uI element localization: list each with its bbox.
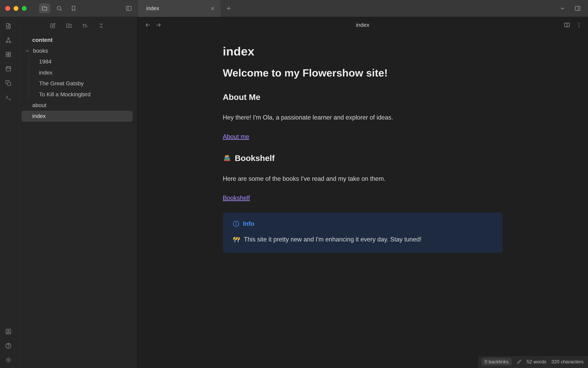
new-note-button[interactable] [48, 21, 57, 30]
new-note-icon [50, 22, 56, 29]
bookshelf-heading: Bookshelf [223, 153, 503, 164]
document-scroll-area[interactable]: index Welcome to my Flowershow site! Abo… [137, 33, 588, 368]
file-to-kill-a-mockingbird[interactable]: To Kill a Mockingbird [21, 89, 133, 100]
vault-switcher-button[interactable] [39, 3, 50, 13]
more-options-button[interactable] [575, 21, 583, 29]
bookmarks-button[interactable] [68, 3, 79, 14]
arrow-left-icon [144, 22, 151, 28]
folder-books[interactable]: books [21, 46, 133, 56]
status-bar: 0 backlinks 52 words 320 characters [478, 356, 588, 368]
chevrons-collapse-icon [98, 22, 104, 29]
file-explorer-toolbar [17, 17, 137, 34]
file-search-icon [5, 23, 12, 29]
plus-icon [225, 5, 232, 12]
ribbon [0, 17, 17, 368]
minimize-window-button[interactable] [14, 6, 18, 11]
file-label: The Great Gatsby [39, 80, 84, 87]
new-folder-button[interactable] [64, 21, 73, 30]
sort-order-button[interactable] [81, 21, 90, 30]
search-icon [56, 5, 63, 12]
folder-content[interactable]: content [21, 35, 133, 46]
toggle-left-sidebar-button[interactable] [123, 3, 134, 14]
forward-button[interactable] [155, 21, 162, 29]
back-button[interactable] [144, 21, 152, 29]
file-the-great-gatsby[interactable]: The Great Gatsby [21, 78, 133, 89]
titlebar-right [557, 3, 588, 14]
dots-vertical-icon [576, 22, 582, 28]
ribbon-account-button[interactable] [4, 327, 12, 336]
help-icon [5, 342, 12, 349]
file-index-selected[interactable]: index [21, 111, 133, 121]
tab-index[interactable]: index [138, 0, 221, 17]
search-button[interactable] [54, 3, 65, 14]
bookshelf-link[interactable]: Bookshelf [223, 194, 250, 202]
markdown-document: index Welcome to my Flowershow site! Abo… [223, 33, 503, 253]
welcome-heading: Welcome to my Flowershow site! [223, 66, 503, 80]
file-label: index [39, 69, 53, 76]
file-1984[interactable]: 1984 [21, 56, 133, 67]
arrow-right-icon [155, 22, 162, 28]
layout-grid-icon [5, 51, 12, 58]
file-label: 1984 [39, 58, 52, 65]
chevron-down-icon [559, 5, 566, 12]
view-actions [563, 21, 583, 29]
calendar-icon [5, 65, 12, 72]
zoom-window-button[interactable] [22, 6, 26, 11]
nav-history [144, 21, 162, 29]
ribbon-help-button[interactable] [4, 341, 12, 350]
info-callout: Info [223, 212, 503, 253]
ribbon-daily-note-button[interactable] [4, 65, 12, 73]
tab-close-button[interactable] [209, 4, 217, 12]
file-label: index [32, 113, 46, 119]
file-about[interactable]: about [21, 100, 133, 111]
ribbon-canvas-button[interactable] [4, 50, 12, 58]
reading-view-button[interactable] [563, 21, 571, 29]
editor-pane: index index [137, 17, 588, 368]
view-title: index [137, 22, 588, 28]
graph-icon [5, 37, 12, 44]
ribbon-templates-button[interactable] [4, 79, 12, 87]
panel-left-icon [125, 5, 132, 12]
close-icon [210, 6, 215, 11]
close-window-button[interactable] [5, 6, 10, 11]
ribbon-graph-button[interactable] [4, 36, 12, 44]
about-me-link[interactable]: About me [223, 133, 249, 140]
ribbon-search-vault-button[interactable] [4, 22, 12, 30]
callout-body-text: This site it pretty new and I'm enhancin… [244, 235, 421, 244]
callout-body: This site it pretty new and I'm enhancin… [233, 235, 493, 244]
callout-title-row: Info [233, 219, 493, 229]
user-box-icon [5, 328, 12, 335]
word-count: 52 words [527, 359, 546, 365]
bookmark-icon [70, 5, 77, 12]
book-open-icon [564, 22, 570, 28]
chevron-down-icon[interactable] [24, 48, 30, 54]
terminal-icon [5, 94, 12, 101]
file-books-index[interactable]: index [21, 67, 133, 78]
copy-icon [5, 80, 12, 86]
collapse-all-button[interactable] [97, 21, 105, 30]
edit-mode-icon[interactable] [517, 359, 522, 364]
character-count: 320 characters [551, 359, 583, 365]
backlinks-count[interactable]: 0 backlinks [482, 358, 512, 366]
construction-emoji-icon [233, 236, 240, 243]
about-me-heading: About Me [223, 92, 503, 102]
sort-asc-icon [82, 22, 88, 29]
view-header: index [137, 17, 588, 33]
bookshelf-paragraph: Here are some of the books I've read and… [223, 174, 503, 184]
titlebar-left [0, 0, 137, 17]
books-emoji-icon [223, 154, 231, 163]
about-paragraph: Hey there! I'm Ola, a passionate learner… [223, 113, 503, 122]
folder-books-children: 1984 index The Great Gatsby To Kill a Mo… [21, 56, 133, 100]
callout-title-label: Info [243, 219, 255, 229]
tab-list-button[interactable] [557, 3, 568, 14]
ribbon-settings-button[interactable] [4, 356, 12, 364]
file-label: To Kill a Mockingbird [39, 91, 91, 98]
new-tab-button[interactable] [224, 3, 234, 14]
folder-books-label: books [33, 48, 48, 54]
toggle-right-sidebar-button[interactable] [572, 3, 583, 14]
file-tree: content books 1984 index T [17, 35, 137, 122]
panel-right-icon [574, 5, 581, 12]
ribbon-terminal-button[interactable] [4, 93, 12, 101]
folder-icon [42, 5, 48, 11]
file-label: about [32, 102, 46, 109]
